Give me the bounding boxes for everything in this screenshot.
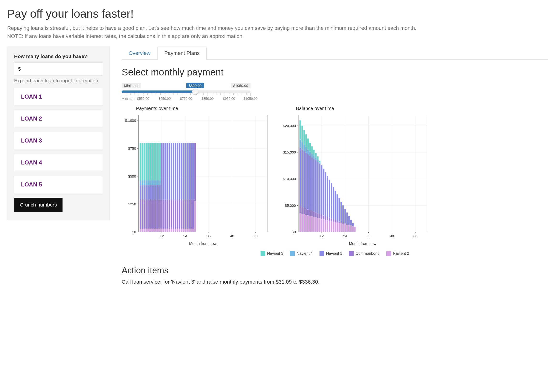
- svg-rect-194: [309, 216, 311, 232]
- svg-rect-89: [163, 200, 164, 229]
- svg-rect-77: [157, 185, 159, 200]
- svg-text:48: 48: [230, 234, 234, 238]
- svg-rect-100: [171, 229, 172, 232]
- svg-rect-103: [173, 229, 174, 232]
- loan-count-input[interactable]: [14, 63, 103, 75]
- svg-rect-248: [336, 222, 338, 232]
- svg-rect-130: [190, 229, 192, 232]
- svg-rect-270: [350, 225, 352, 226]
- svg-rect-88: [163, 229, 164, 232]
- svg-rect-131: [190, 200, 192, 229]
- tab-payment-plans[interactable]: Payment Plans: [157, 47, 207, 60]
- tab-overview[interactable]: Overview: [122, 47, 157, 60]
- slider-ticks: [122, 93, 250, 96]
- svg-rect-66: [153, 200, 155, 229]
- svg-rect-253: [339, 198, 340, 221]
- svg-rect-258: [342, 223, 344, 224]
- svg-rect-41: [143, 200, 145, 229]
- svg-rect-193: [307, 139, 309, 149]
- svg-rect-115: [181, 229, 182, 232]
- svg-text:12: 12: [320, 234, 324, 238]
- svg-rect-259: [342, 205, 344, 223]
- svg-rect-235: [327, 176, 328, 217]
- action-items-title: Action items: [122, 266, 548, 275]
- svg-text:$10,000: $10,000: [283, 177, 296, 181]
- svg-rect-217: [317, 160, 319, 162]
- svg-rect-78: [157, 180, 159, 185]
- svg-rect-208: [313, 150, 314, 156]
- svg-rect-135: [192, 143, 194, 200]
- svg-rect-96: [167, 143, 168, 200]
- legend-item: Navient 1: [320, 251, 342, 256]
- svg-rect-231: [325, 216, 326, 220]
- loan-item-1[interactable]: LOAN 1: [14, 88, 103, 105]
- loan-item-2[interactable]: LOAN 2: [14, 110, 103, 127]
- svg-rect-236: [329, 221, 330, 232]
- svg-rect-74: [155, 143, 157, 180]
- svg-rect-214: [317, 218, 319, 232]
- loan-item-5[interactable]: LOAN 5: [14, 176, 103, 193]
- svg-rect-92: [165, 200, 166, 229]
- svg-rect-198: [309, 143, 311, 152]
- slider-fill: [122, 90, 195, 93]
- svg-text:60: 60: [414, 234, 417, 238]
- svg-rect-252: [339, 221, 340, 223]
- svg-rect-84: [159, 143, 161, 180]
- svg-rect-83: [159, 180, 161, 185]
- legend-label: Navient 4: [297, 251, 313, 256]
- action-item-1: Call loan servicer for 'Navient 3' and r…: [122, 279, 548, 285]
- loan-item-label: LOAN 1: [21, 93, 42, 100]
- svg-rect-268: [348, 216, 350, 225]
- svg-text:$5,000: $5,000: [285, 203, 296, 207]
- svg-rect-85: [161, 229, 162, 232]
- loan-item-3[interactable]: LOAN 3: [14, 132, 103, 149]
- svg-rect-30: [139, 229, 141, 232]
- slider-value-pill: $800.00: [186, 83, 204, 88]
- svg-rect-216: [317, 162, 319, 213]
- svg-rect-76: [157, 200, 159, 229]
- svg-rect-209: [315, 217, 316, 232]
- svg-rect-215: [317, 213, 319, 218]
- svg-rect-107: [175, 200, 176, 229]
- svg-rect-73: [155, 180, 157, 185]
- payment-slider[interactable]: Minimum $800.00 $1050.00 Minimum$550.00$…: [122, 83, 250, 101]
- svg-rect-182: [303, 145, 305, 151]
- crunch-numbers-button[interactable]: Crunch numbers: [14, 198, 63, 212]
- svg-rect-263: [346, 225, 348, 232]
- page-title: Pay off your loans faster!: [7, 7, 548, 20]
- svg-rect-269: [350, 226, 352, 232]
- legend-item: Navient 4: [290, 251, 313, 256]
- svg-rect-75: [157, 229, 159, 232]
- svg-rect-61: [151, 200, 153, 229]
- svg-rect-94: [167, 229, 168, 232]
- svg-rect-212: [315, 158, 316, 160]
- svg-rect-245: [335, 222, 336, 232]
- svg-rect-128: [189, 200, 190, 229]
- legend-label: Navient 2: [393, 251, 409, 256]
- svg-rect-191: [307, 154, 309, 210]
- slider-track[interactable]: [122, 90, 250, 93]
- svg-rect-238: [329, 180, 330, 218]
- payments-chart-title: Payments over time: [122, 106, 270, 111]
- svg-rect-48: [146, 180, 147, 185]
- svg-rect-121: [184, 229, 186, 232]
- svg-rect-37: [141, 185, 143, 200]
- svg-rect-106: [175, 229, 176, 232]
- svg-rect-179: [303, 214, 305, 232]
- svg-rect-55: [149, 229, 151, 232]
- svg-rect-82: [159, 185, 161, 200]
- svg-rect-79: [157, 143, 159, 180]
- svg-rect-256: [341, 202, 342, 222]
- svg-rect-183: [303, 130, 305, 145]
- svg-text:$0: $0: [132, 230, 136, 234]
- svg-rect-117: [181, 143, 182, 200]
- loan-item-4[interactable]: LOAN 4: [14, 154, 103, 171]
- svg-rect-52: [147, 185, 149, 200]
- legend-swatch: [349, 251, 354, 256]
- loan-item-label: LOAN 5: [21, 181, 42, 188]
- svg-rect-111: [176, 143, 178, 200]
- svg-rect-177: [301, 142, 303, 149]
- svg-rect-241: [331, 183, 332, 218]
- svg-rect-70: [155, 229, 157, 232]
- svg-rect-43: [143, 180, 145, 185]
